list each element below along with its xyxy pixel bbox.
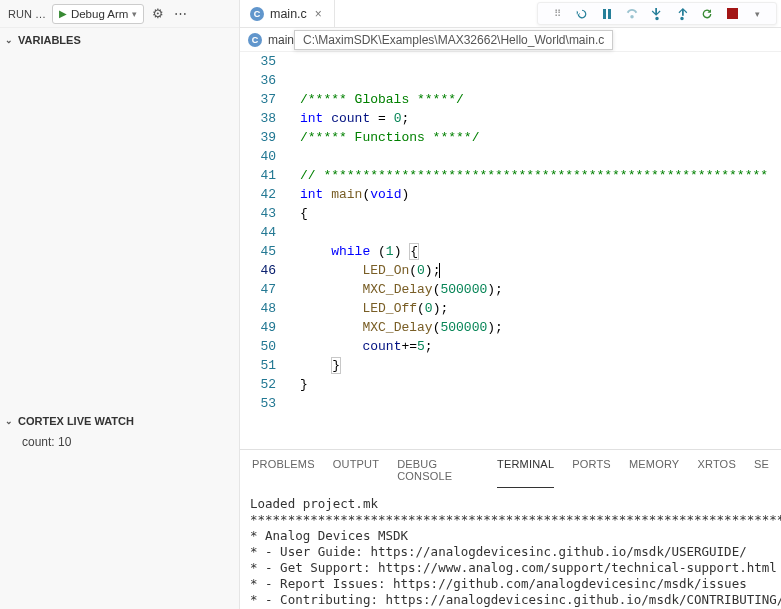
watch-item-text: count: 10: [22, 435, 71, 449]
terminal-line: * Analog Devices MSDK: [250, 528, 771, 544]
svg-rect-1: [608, 9, 611, 19]
play-icon: ▶: [59, 8, 67, 19]
debug-config-name: Debug Arm: [71, 8, 129, 20]
panel-tab-terminal[interactable]: TERMINAL: [497, 454, 554, 488]
line-number: 48: [240, 299, 276, 318]
svg-rect-0: [603, 9, 606, 19]
gear-icon[interactable]: ⚙: [150, 4, 166, 23]
more-icon[interactable]: ⋯: [172, 4, 189, 23]
code-line[interactable]: int count = 0;: [300, 109, 781, 128]
close-icon[interactable]: ×: [313, 7, 324, 21]
panel-tab-ports[interactable]: PORTS: [572, 454, 611, 488]
variables-section-title: VARIABLES: [18, 34, 81, 46]
line-number: 53: [240, 394, 276, 413]
editor-area: C main.c × ⠿ ▾ C main.c C:\MaximSDK\Exam…: [240, 0, 781, 609]
line-number: 43: [240, 204, 276, 223]
code-line[interactable]: int main(void): [300, 185, 781, 204]
line-gutter: 35363738394041424344454647484950515253: [240, 52, 288, 449]
code-line[interactable]: }: [300, 375, 781, 394]
bottom-panel: PROBLEMSOUTPUTDEBUG CONSOLETERMINALPORTS…: [240, 449, 781, 609]
c-file-icon: C: [248, 33, 262, 47]
tab-label: main.c: [270, 7, 307, 21]
cortex-section-header[interactable]: ⌄ CORTEX LIVE WATCH: [0, 409, 239, 433]
code-body[interactable]: /***** Globals *****/int count = 0;/****…: [288, 52, 781, 449]
code-line[interactable]: while (1) {: [300, 242, 781, 261]
line-number: 52: [240, 375, 276, 394]
line-number: 38: [240, 109, 276, 128]
code-line[interactable]: LED_On(0);: [300, 261, 781, 280]
line-number: 42: [240, 185, 276, 204]
line-number: 46: [240, 261, 276, 280]
tooltip-path: C:\MaximSDK\Examples\MAX32662\Hello_Worl…: [303, 33, 604, 47]
code-line[interactable]: [300, 394, 781, 413]
reverse-continue-button[interactable]: [571, 4, 593, 24]
watch-item[interactable]: count: 10: [0, 433, 239, 449]
code-line[interactable]: [300, 52, 781, 71]
drag-handle-icon[interactable]: ⠿: [546, 4, 568, 24]
start-debug-button[interactable]: ▶ Debug Arm ▾: [52, 4, 145, 24]
terminal-line: Loaded project.mk: [250, 496, 771, 512]
line-number: 45: [240, 242, 276, 261]
chevron-down-icon: ⌄: [4, 416, 14, 426]
line-number: 35: [240, 52, 276, 71]
panel-tab-memory[interactable]: MEMORY: [629, 454, 680, 488]
pause-button[interactable]: [596, 4, 618, 24]
step-into-button[interactable]: [646, 4, 668, 24]
line-number: 37: [240, 90, 276, 109]
variables-section-header[interactable]: ⌄ VARIABLES: [0, 28, 239, 52]
terminal-output[interactable]: Loaded project.mk***********************…: [240, 488, 781, 609]
stop-button[interactable]: [721, 4, 743, 24]
panel-tab-problems[interactable]: PROBLEMS: [252, 454, 315, 488]
panel-tab-se[interactable]: SE: [754, 454, 769, 488]
run-label: RUN …: [8, 8, 46, 20]
line-number: 51: [240, 356, 276, 375]
line-number: 39: [240, 128, 276, 147]
code-editor[interactable]: 35363738394041424344454647484950515253 /…: [240, 52, 781, 449]
svg-rect-2: [727, 8, 738, 19]
editor-tab-main-c[interactable]: C main.c ×: [240, 0, 335, 27]
line-number: 44: [240, 223, 276, 242]
code-line[interactable]: [300, 147, 781, 166]
breadcrumb[interactable]: C main.c C:\MaximSDK\Examples\MAX32662\H…: [240, 28, 781, 52]
step-out-button[interactable]: [671, 4, 693, 24]
code-line[interactable]: MXC_Delay(500000);: [300, 318, 781, 337]
panel-tab-debug-console[interactable]: DEBUG CONSOLE: [397, 454, 479, 488]
line-number: 36: [240, 71, 276, 90]
panel-tab-output[interactable]: OUTPUT: [333, 454, 379, 488]
line-number: 50: [240, 337, 276, 356]
code-line[interactable]: [300, 71, 781, 90]
c-file-icon: C: [250, 7, 264, 21]
run-header: RUN … ▶ Debug Arm ▾ ⚙ ⋯: [0, 0, 239, 28]
panel-tab-xrtos[interactable]: XRTOS: [697, 454, 736, 488]
line-number: 47: [240, 280, 276, 299]
code-line[interactable]: /***** Functions *****/: [300, 128, 781, 147]
sidebar: RUN … ▶ Debug Arm ▾ ⚙ ⋯ ⌄ VARIABLES ⌄ CO…: [0, 0, 240, 609]
tab-tooltip: C:\MaximSDK\Examples\MAX32662\Hello_Worl…: [294, 30, 613, 50]
terminal-line: * - Get Support: https://www.analog.com/…: [250, 560, 771, 576]
chevron-down-icon[interactable]: ▾: [746, 4, 768, 24]
terminal-line: * - Report Issues: https://github.com/an…: [250, 576, 771, 592]
line-number: 49: [240, 318, 276, 337]
code-line[interactable]: {: [300, 204, 781, 223]
code-line[interactable]: /***** Globals *****/: [300, 90, 781, 109]
terminal-line: * - Contributing: https://analogdevicesi…: [250, 592, 771, 608]
editor-tabbar: C main.c × ⠿ ▾: [240, 0, 781, 28]
code-line[interactable]: count+=5;: [300, 337, 781, 356]
cortex-section-title: CORTEX LIVE WATCH: [18, 415, 134, 427]
terminal-line: * - User Guide: https://analogdevicesinc…: [250, 544, 771, 560]
code-line[interactable]: MXC_Delay(500000);: [300, 280, 781, 299]
chevron-down-icon: ⌄: [4, 35, 14, 45]
step-over-button[interactable]: [621, 4, 643, 24]
chevron-down-icon: ▾: [132, 9, 137, 19]
code-line[interactable]: }: [300, 356, 781, 375]
debug-toolbar: ⠿ ▾: [537, 2, 777, 25]
line-number: 40: [240, 147, 276, 166]
restart-button[interactable]: [696, 4, 718, 24]
code-line[interactable]: // *************************************…: [300, 166, 781, 185]
code-line[interactable]: LED_Off(0);: [300, 299, 781, 318]
code-line[interactable]: [300, 223, 781, 242]
terminal-line: ****************************************…: [250, 512, 771, 528]
panel-tabbar: PROBLEMSOUTPUTDEBUG CONSOLETERMINALPORTS…: [240, 450, 781, 488]
line-number: 41: [240, 166, 276, 185]
